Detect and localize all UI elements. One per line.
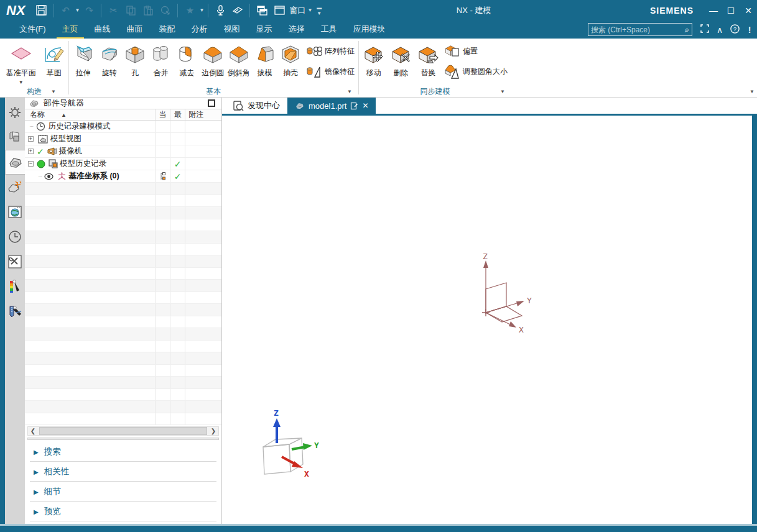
scroll-left-icon[interactable]: ❮ [28, 428, 38, 434]
extrude-button[interactable]: 拉伸 [70, 40, 96, 78]
section-preview[interactable]: ▶ 预览 [25, 503, 221, 520]
tree-row-history-mode[interactable]: ┄ 历史记录建模模式 [25, 121, 221, 133]
cascade-windows-icon[interactable] [254, 3, 269, 18]
column-latest[interactable]: 最 [170, 109, 185, 120]
cut-icon[interactable]: ✂ [106, 3, 121, 18]
search-input[interactable] [591, 25, 685, 34]
edge-blend-button[interactable]: 边倒圆 [200, 40, 226, 78]
unite-button[interactable]: 合并 [148, 40, 174, 78]
scroll-right-icon[interactable]: ❯ [208, 428, 218, 434]
menu-analysis[interactable]: 分析 [183, 21, 216, 39]
sort-ascending-icon[interactable]: ▲ [61, 112, 67, 118]
replace-face-button[interactable]: 替换 [414, 40, 442, 78]
delete-face-button[interactable]: 删除 [388, 40, 415, 78]
expand-icon[interactable]: + [28, 149, 34, 154]
system-wand-icon[interactable] [5, 299, 25, 324]
command-finder-icon[interactable]: ! [742, 25, 757, 35]
datum-csys-graphic[interactable]: Z Y X [462, 252, 549, 339]
tree-row-model-history[interactable]: − 模型历史记录 ✓ [25, 158, 221, 170]
section-details[interactable]: ▶ 细节 [25, 483, 221, 500]
panel-splitter[interactable] [27, 438, 219, 440]
group-basic-dropdown-icon[interactable]: ▼ [347, 89, 352, 94]
help-icon[interactable]: ? [727, 24, 742, 35]
menu-selection[interactable]: 选择 [281, 21, 313, 39]
tree-row-datum-csys[interactable]: ┄ 基准坐标系 (0) ✓ [25, 170, 221, 183]
minimize-button[interactable]: — [705, 3, 722, 18]
shell-button[interactable]: 抽壳 [277, 40, 304, 78]
move-face-button[interactable]: 移动 [360, 40, 388, 78]
favorites-star-icon[interactable]: ★ [182, 3, 197, 18]
column-current[interactable]: 当 [155, 109, 170, 120]
undo-dropdown-icon[interactable]: ▼ [75, 7, 80, 13]
save-icon[interactable] [34, 3, 49, 18]
paste-icon[interactable] [141, 3, 156, 18]
check-icon[interactable]: ✓ [37, 147, 44, 157]
menu-tools[interactable]: 工具 [313, 21, 345, 39]
suppressed-state-icon[interactable] [37, 160, 45, 168]
process-studio-icon[interactable] [5, 249, 25, 274]
minimize-ribbon-icon[interactable]: ∧ [712, 25, 727, 35]
favorites-dropdown-icon[interactable]: ▼ [199, 7, 204, 13]
menu-assemblies[interactable]: 装配 [151, 21, 183, 39]
datum-plane-button[interactable]: 基准平面 ▼ [1, 40, 41, 85]
draft-button[interactable]: 拔模 [252, 40, 278, 78]
menu-view[interactable]: 视图 [216, 21, 248, 39]
menu-application[interactable]: 应用模块 [345, 21, 394, 39]
resize-blend-button[interactable]: 调整圆角大小 [444, 64, 508, 79]
customize-quick-access-icon[interactable]: ▬▼ [317, 5, 322, 16]
menu-surface[interactable]: 曲面 [119, 21, 151, 39]
visibility-eye-icon[interactable] [44, 173, 53, 180]
menu-home[interactable]: 主页 [54, 21, 86, 39]
view-triad[interactable]: Z Y X [253, 407, 322, 479]
window-menu-dropdown-icon[interactable]: ▼ [307, 7, 312, 13]
command-search-box[interactable]: ⌕ [588, 23, 692, 36]
web-browser-icon[interactable] [5, 200, 25, 224]
roles-icon[interactable] [5, 100, 25, 125]
sketch-button[interactable]: 草图 [41, 40, 67, 78]
close-tab-icon[interactable]: ✕ [362, 101, 368, 110]
part-navigator-icon[interactable] [5, 150, 25, 175]
window-layout-icon[interactable] [272, 3, 287, 18]
maximize-button[interactable]: ☐ [722, 3, 740, 18]
assembly-navigator-icon[interactable] [5, 125, 25, 150]
part-tab-model1[interactable]: model1.prt ✕ [287, 98, 376, 114]
navigator-horizontal-scrollbar[interactable]: ❮ ❯ [27, 426, 219, 436]
datum-plane-dropdown-icon[interactable]: ▼ [19, 80, 24, 85]
scrollbar-thumb[interactable] [39, 427, 207, 435]
revolve-button[interactable]: 旋转 [96, 40, 123, 78]
redo-icon[interactable]: ↷ [81, 3, 96, 18]
visual-reports-icon[interactable] [5, 274, 25, 299]
model-canvas[interactable]: Z Y X Z [222, 116, 757, 524]
search-icon[interactable]: ⌕ [685, 25, 689, 35]
column-note[interactable]: 附注 [185, 109, 221, 120]
touch-gesture-icon[interactable] [230, 3, 245, 18]
microphone-icon[interactable] [213, 3, 228, 18]
undock-panel-icon[interactable] [208, 99, 215, 107]
group-construct-dropdown-icon[interactable]: ▼ [51, 89, 56, 94]
section-dependencies[interactable]: ▶ 相关性 [25, 463, 221, 480]
pattern-feature-button[interactable]: 阵列特征 [306, 44, 355, 58]
menu-curve[interactable]: 曲线 [86, 21, 119, 39]
chamfer-button[interactable]: 倒斜角 [226, 40, 252, 78]
close-button[interactable]: ✕ [740, 3, 757, 18]
hole-button[interactable]: 孔 [122, 40, 148, 78]
fullscreen-icon[interactable] [697, 24, 712, 35]
history-icon[interactable] [5, 224, 25, 249]
subtract-button[interactable]: 减去 [174, 40, 200, 78]
copy-icon[interactable] [123, 3, 138, 18]
undo-icon[interactable]: ↶ [58, 3, 73, 18]
discover-center-tab[interactable]: 发现中心 [226, 98, 287, 114]
column-name[interactable]: 名称 [30, 109, 45, 120]
collapse-icon[interactable]: − [28, 161, 34, 167]
tree-row-cameras[interactable]: + ✓ 摄像机 [25, 145, 221, 158]
menu-render[interactable]: 显示 [248, 21, 281, 39]
navigator-column-header[interactable]: 名称▲ 当 最 附注 [25, 109, 221, 121]
window-menu[interactable]: 窗口 [289, 3, 305, 18]
menu-file[interactable]: 文件(F) [11, 21, 54, 39]
expand-icon[interactable]: + [28, 136, 34, 142]
tree-row-model-views[interactable]: + 模型视图 [25, 133, 221, 145]
section-search[interactable]: ▶ 搜索 [25, 443, 221, 460]
ribbon-overflow-dropdown-icon[interactable]: ▼ [750, 89, 755, 94]
constraint-navigator-icon[interactable] [5, 175, 25, 200]
copy-display-icon[interactable] [158, 3, 173, 18]
